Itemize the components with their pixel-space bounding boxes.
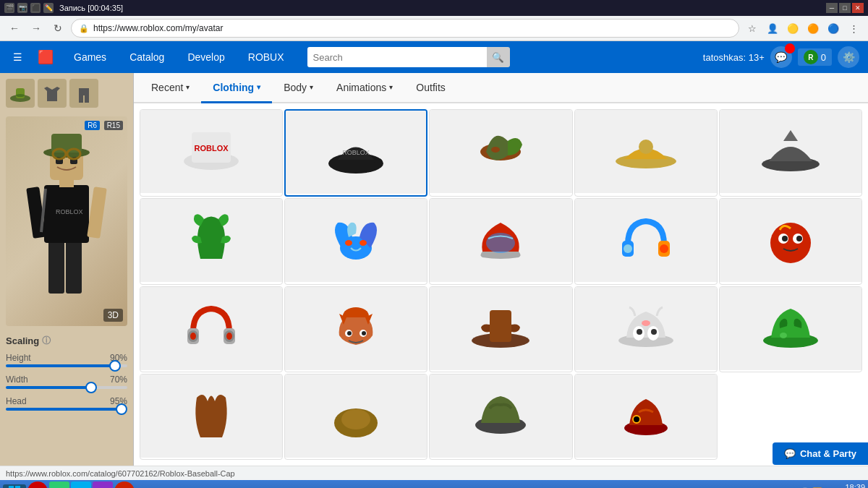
width-label: Width: [6, 374, 28, 385]
item-thumb-9: [720, 199, 861, 282]
extension-icon-3[interactable]: 🔵: [825, 20, 842, 37]
scaling-section: Scaling ⓘ Height 90% Width 70%: [6, 332, 127, 421]
svg-text:ROBLOX: ROBLOX: [343, 149, 370, 156]
extension-icon-2[interactable]: 🟠: [804, 20, 822, 37]
hamburger-menu-button[interactable]: ☰: [9, 48, 26, 66]
taskbar-antivirus-button[interactable]: A: [49, 481, 69, 488]
shirt-thumb-button[interactable]: [38, 79, 67, 108]
forward-button[interactable]: →: [27, 20, 45, 37]
item-row4-3[interactable]: [429, 374, 572, 460]
taskbar-winrar-button[interactable]: WR: [93, 481, 113, 488]
url-bar[interactable]: 🔒 https://www.roblox.com/my/avatar: [71, 19, 739, 38]
item-thumb-3: [575, 110, 717, 193]
item-thumb-6: [285, 199, 427, 282]
height-slider[interactable]: [6, 364, 127, 367]
item-dory-headphones[interactable]: Dory Headphon...: [574, 198, 718, 284]
chevron-down-icon-3: ▾: [310, 83, 313, 91]
title-bar-controls: ─ □ ✕: [826, 3, 864, 13]
item-thumb-13: [575, 287, 717, 370]
robux-button[interactable]: R 0: [798, 48, 832, 66]
item-roblox-baseball-cap[interactable]: ROBLOX Roblox Baseball...: [284, 109, 427, 197]
item-name-3: Cheestrings Saf...: [575, 193, 717, 197]
username-label: tatoshkas: 13+: [703, 52, 765, 63]
extension-icon-1[interactable]: 🟡: [784, 20, 801, 37]
badge-r15[interactable]: R15: [104, 121, 123, 130]
taskbar-skype-button[interactable]: S: [71, 481, 91, 488]
chat-icon: 💬: [784, 448, 796, 459]
tab-animations[interactable]: Animations ▾: [325, 73, 404, 103]
menu-icon[interactable]: ⋮: [845, 20, 862, 37]
item-summer-game[interactable]: Summer Game...: [140, 198, 283, 284]
tab-body[interactable]: Body ▾: [272, 73, 325, 103]
item-hank-hat[interactable]: Hank Hat: [284, 286, 427, 372]
item-thumb-12: [430, 287, 571, 370]
bookmark-icon[interactable]: ☆: [744, 20, 761, 37]
width-slider[interactable]: [6, 386, 127, 389]
reload-button[interactable]: ↻: [49, 20, 67, 37]
tab-recent[interactable]: Recent ▾: [140, 73, 201, 103]
svg-point-64: [651, 329, 657, 335]
nav-catalog[interactable]: Catalog: [124, 48, 170, 66]
badge-r6[interactable]: R6: [85, 121, 100, 130]
nav-robux[interactable]: ROBUX: [242, 48, 290, 66]
item-thumb-14: [720, 287, 861, 370]
taskbar-opera-button[interactable]: O: [27, 481, 48, 488]
start-button[interactable]: [3, 484, 26, 488]
search-button[interactable]: 🔍: [487, 47, 510, 67]
nav-games[interactable]: Games: [68, 48, 112, 66]
app-icon-1: 🎬: [4, 3, 14, 13]
maximize-button[interactable]: □: [839, 3, 851, 13]
item-name-15: [140, 458, 282, 460]
item-angry-birds-headphones[interactable]: Angry Birds' He...: [140, 286, 283, 372]
app-icon-2: 📷: [17, 3, 27, 13]
item-hoppy-bowler[interactable]: Hoppy Bowler: [574, 286, 718, 372]
close-button[interactable]: ✕: [852, 3, 864, 13]
item-name-6: Wings of Fire Vi...: [285, 282, 427, 284]
item-cheestrings-safari[interactable]: Cheestrings Saf...: [574, 109, 718, 197]
nav-develop[interactable]: Develop: [182, 48, 230, 66]
svg-point-56: [347, 331, 352, 335]
settings-button[interactable]: ⚙️: [838, 46, 859, 68]
item-thumb-0: ROBLOX: [140, 110, 282, 193]
item-thumb-2: [430, 110, 571, 193]
item-brown-riding-hat[interactable]: Brown Riding H...: [429, 286, 572, 372]
pants-thumb-button[interactable]: [69, 79, 98, 108]
item-row4-1[interactable]: [140, 374, 283, 460]
tab-clothing[interactable]: Clothing ▾: [201, 73, 272, 103]
item-angry-birds-red[interactable]: Angry Birds: Re...: [719, 198, 862, 284]
chat-party-button[interactable]: 💬 Chat & Party: [773, 442, 868, 465]
taskbar-extra-button[interactable]: ⊕: [114, 481, 135, 488]
robux-count: 0: [821, 52, 826, 63]
roblox-navbar: ☰ 🟥 Games Catalog Develop ROBUX 🔍 tatosh…: [0, 41, 868, 73]
item-keiths-helmet[interactable]: Keith's Helmet: [429, 198, 572, 284]
svg-point-30: [491, 147, 500, 153]
item-name-11: Hank Hat: [285, 370, 427, 372]
minimize-button[interactable]: ─: [826, 3, 838, 13]
item-wings-of-fire[interactable]: Wings of Fire Vi...: [284, 198, 427, 284]
hat-thumb-button[interactable]: [6, 79, 35, 108]
item-thumb-15: [140, 374, 282, 458]
taskbar: O A S WR ⊕ EN 🔊 📶 18:39 10.07.2017: [0, 480, 868, 488]
item-nickelodeon-slime[interactable]: Nickelodeon Sl...: [719, 286, 862, 372]
item-row4-2[interactable]: [284, 374, 427, 460]
item-scholastic-spirit[interactable]: Scholastic Spiri...: [429, 109, 572, 197]
width-value: 70%: [110, 374, 127, 385]
item-row4-4[interactable]: [574, 374, 718, 460]
search-input[interactable]: [307, 47, 487, 67]
head-slider[interactable]: [6, 408, 127, 411]
head-label: Head: [6, 396, 27, 406]
3d-button[interactable]: 3D: [103, 309, 123, 322]
tab-bar: Recent ▾ Clothing ▾ Body ▾ Animations ▾ …: [134, 73, 868, 103]
messages-button[interactable]: 💬: [770, 46, 792, 68]
items-grid: ROBLOX Roblox Logo Vi... ROBLOX Roblox B…: [134, 103, 868, 466]
item-name-16: [285, 458, 427, 460]
item-roblox-logo-visor[interactable]: ROBLOX Roblox Logo Vi...: [140, 109, 283, 197]
item-petes-dragon[interactable]: Pete's Dragon F...: [719, 109, 862, 197]
profile-icon[interactable]: 👤: [764, 20, 781, 37]
svg-rect-5: [79, 88, 89, 95]
svg-point-63: [637, 329, 642, 335]
tab-outfits[interactable]: Outfits: [404, 73, 456, 103]
title-bar-app-icons: 🎬 📷 ⬛ ✏️: [4, 3, 54, 13]
back-button[interactable]: ←: [6, 20, 23, 37]
item-name-18: [575, 458, 717, 460]
